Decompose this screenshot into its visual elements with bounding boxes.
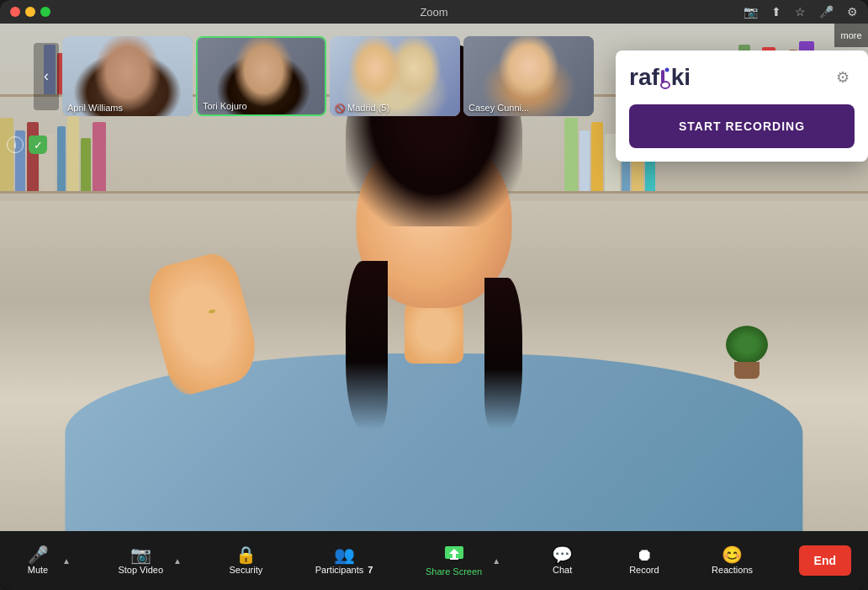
- camera-icon: 📷: [130, 546, 151, 563]
- window-title: Zoom: [420, 6, 447, 19]
- minimize-button[interactable]: [25, 7, 35, 17]
- svg-point-1: [661, 82, 670, 88]
- end-meeting-button[interactable]: End: [799, 545, 851, 576]
- prev-participant-button[interactable]: ‹: [34, 43, 59, 110]
- security-button[interactable]: 🔒 Security: [222, 541, 269, 580]
- toolbar: 🎤 Mute ▲ 📷 Stop Video ▲ 🔒 Security 👥 Par…: [0, 531, 868, 590]
- mute-button[interactable]: 🎤 Mute: [17, 541, 59, 580]
- close-button[interactable]: [10, 7, 20, 17]
- participant-name-2: Tori Kojuro: [203, 101, 247, 111]
- rafiki-header: raf ki ⚙: [629, 64, 855, 91]
- chat-button[interactable]: 💬 Chat: [542, 541, 584, 580]
- star-icon[interactable]: ☆: [795, 5, 806, 19]
- svg-point-2: [664, 67, 669, 72]
- mic-icon: 🎤: [28, 546, 49, 563]
- record-icon: ⏺: [636, 546, 653, 563]
- mute-group: 🎤 Mute ▲: [17, 541, 72, 580]
- mic-icon[interactable]: 🎤: [819, 5, 834, 19]
- svg-rect-5: [453, 554, 456, 558]
- participant-thumbnail-4[interactable]: Casey Cunni...: [463, 36, 594, 116]
- share-chevron[interactable]: ▲: [490, 553, 502, 569]
- participants-button[interactable]: 👥 Participants 7: [309, 541, 380, 580]
- stop-video-button[interactable]: 📷 Stop Video: [111, 541, 170, 580]
- more-participants-button[interactable]: more: [834, 24, 868, 47]
- plant-decoration: [730, 328, 764, 379]
- info-icon-button[interactable]: i: [7, 136, 24, 153]
- share-screen-icon: [444, 545, 464, 565]
- share-screen-group: Share Screen ▲: [419, 540, 502, 582]
- start-recording-button[interactable]: START RECORDING: [629, 104, 855, 148]
- info-badge-area: i ✓: [7, 136, 47, 154]
- security-shield-badge[interactable]: ✓: [29, 136, 47, 154]
- rafiki-logo: raf ki: [629, 64, 691, 91]
- mute-chevron[interactable]: ▲: [61, 553, 72, 569]
- zoom-window: Zoom 📷 ⬆ ☆ 🎤 ⚙: [0, 0, 868, 590]
- main-video-area: ‹ April Williams Tori Kojuro: [0, 24, 868, 531]
- camera-icon[interactable]: 📷: [744, 5, 758, 19]
- title-bar-icons: 📷 ⬆ ☆ 🎤 ⚙: [744, 5, 858, 19]
- security-icon: 🔒: [236, 546, 257, 563]
- reactions-button[interactable]: 😊 Reactions: [705, 541, 760, 580]
- participant-thumbnail-3[interactable]: 🚫 Madrid (5): [330, 36, 460, 116]
- reactions-icon: 😊: [722, 546, 743, 563]
- record-button[interactable]: ⏺ Record: [622, 541, 665, 580]
- maximize-button[interactable]: [40, 7, 50, 17]
- settings-icon[interactable]: ⚙: [847, 5, 858, 19]
- participant-thumbnail-2[interactable]: Tori Kojuro: [196, 36, 326, 116]
- video-chevron[interactable]: ▲: [172, 553, 183, 569]
- chat-icon: 💬: [552, 546, 573, 563]
- share-icon[interactable]: ⬆: [771, 5, 781, 19]
- share-screen-button[interactable]: Share Screen: [419, 540, 489, 582]
- rafiki-popup: raf ki ⚙ START RECORDING: [616, 50, 868, 162]
- participant-name-3: 🚫 Madrid (5): [335, 103, 389, 113]
- title-bar: Zoom 📷 ⬆ ☆ 🎤 ⚙: [0, 0, 868, 24]
- stop-video-group: 📷 Stop Video ▲: [111, 541, 183, 580]
- mic-off-icon: 🚫: [335, 104, 345, 113]
- rafiki-settings-button[interactable]: ⚙: [831, 66, 855, 89]
- participant-thumbnail-1[interactable]: April Williams: [62, 36, 193, 116]
- participant-name-1: April Williams: [67, 103, 123, 113]
- traffic-lights: [10, 7, 50, 17]
- participants-icon: 👥: [334, 546, 355, 563]
- svg-rect-6: [450, 558, 458, 560]
- participant-name-4: Casey Cunni...: [468, 103, 529, 113]
